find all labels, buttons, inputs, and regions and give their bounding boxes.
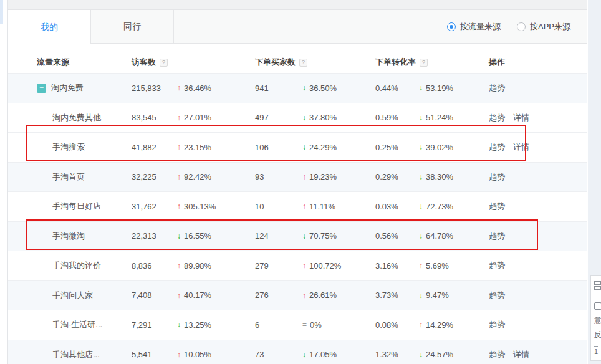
action-link[interactable]: 趋势 <box>489 171 505 183</box>
conversion-value: 0.56% <box>375 231 419 241</box>
visitors-change: ↑ 89.98% <box>177 261 255 271</box>
actions-cell: 趋势 <box>489 290 587 301</box>
collapse-minus-icon[interactable]: − <box>37 84 46 93</box>
trend-arrow-icon: ↑ <box>419 320 423 329</box>
action-link[interactable]: 趋势 <box>489 112 505 123</box>
table-row[interactable]: 手淘搜索 41,882 ↑ 23.15% 106 ↓ 24.29% 0.25% … <box>8 132 587 162</box>
table-body: − 淘内免费 215,833 ↑ 36.46% 941 ↓ 36.50% 0.4… <box>8 73 587 364</box>
source-name: 手淘问大家 <box>52 290 93 301</box>
visitors-change: ↑ 305.13% <box>177 202 255 211</box>
top-strip <box>8 0 587 10</box>
trend-arrow-icon: ↑ <box>302 261 306 270</box>
visitors-change: ↑ 10.05% <box>177 350 255 359</box>
actions-cell: 趋势 <box>489 171 587 183</box>
table-row[interactable]: 淘内免费其他 83,545 ↑ 27.01% 497 ↓ 37.80% 0.59… <box>8 103 587 133</box>
source-name: 手淘每日好店 <box>52 201 101 212</box>
action-link[interactable]: 趋势 <box>489 319 505 330</box>
conversion-value: 3.16% <box>375 261 419 271</box>
action-link[interactable]: 详情 <box>513 349 529 360</box>
table-header: 流量来源 访客数? 下单买家数? 下单转化率? 操作 <box>8 44 587 73</box>
conversion-change: ↑ 14.29% <box>419 320 489 330</box>
radio-selected-icon[interactable] <box>447 22 456 31</box>
trend-arrow-icon: ↓ <box>302 84 306 92</box>
radio-by-traffic-source[interactable]: 按流量来源 <box>447 21 501 32</box>
conversion-value: 0.29% <box>375 172 419 181</box>
action-link[interactable]: 趋势 <box>489 349 505 360</box>
action-link[interactable]: 趋势 <box>489 260 505 271</box>
buyers-change: = 0% <box>302 320 375 330</box>
trend-arrow-icon: ↓ <box>419 84 423 92</box>
action-link[interactable]: 趋势 <box>489 201 505 212</box>
buyers-change: ↓ 24.29% <box>302 143 375 152</box>
table-row[interactable]: 手淘首页 32,225 ↑ 92.42% 93 ↑ 19.23% 0.29% ↓… <box>8 162 587 192</box>
radio-unselected-icon[interactable] <box>517 22 526 31</box>
pager-number[interactable]: 1 <box>594 346 598 355</box>
table-row[interactable]: 手淘微淘 22,313 ↓ 16.55% 124 ↓ 70.75% 0.56% … <box>8 221 587 251</box>
trend-arrow-icon: ↓ <box>419 113 423 122</box>
visitors-change: ↑ 40.17% <box>177 290 255 300</box>
buyers-value: 276 <box>255 290 302 300</box>
action-link[interactable]: 详情 <box>513 141 529 153</box>
action-link[interactable]: 趋势 <box>489 141 505 153</box>
right-gutter: 意 反 1 <box>588 0 601 364</box>
actions-cell: 趋势 <box>489 82 587 93</box>
trend-arrow-icon: ↓ <box>419 291 423 300</box>
help-icon[interactable]: ? <box>420 59 428 67</box>
trend-arrow-icon: ↑ <box>177 84 181 92</box>
trend-arrow-icon: ↓ <box>419 173 423 181</box>
table-row[interactable]: 手淘-生活研... 7,291 ↓ 13.25% 6 = 0% 0.08% ↑ … <box>8 310 587 340</box>
buyers-change: ↓ 70.75% <box>302 231 375 241</box>
trend-arrow-icon: ↑ <box>177 173 181 181</box>
feedback-vertical-text[interactable]: 意 <box>594 315 601 326</box>
action-link[interactable]: 趋势 <box>489 231 505 242</box>
buyers-value: 6 <box>255 320 302 330</box>
tab-my[interactable]: 我的 <box>8 10 91 44</box>
buyers-value: 941 <box>255 84 302 93</box>
tab-peer[interactable]: 同行 <box>91 10 174 44</box>
table-row[interactable]: 手淘问大家 7,408 ↑ 40.17% 276 ↑ 26.61% 3.73% … <box>8 280 587 310</box>
panel-icon[interactable] <box>594 302 601 310</box>
source-name-cell: 手淘搜索 <box>8 141 132 153</box>
radio-by-traffic-label: 按流量来源 <box>460 21 501 32</box>
source-name: 手淘其他店... <box>52 349 100 360</box>
trend-arrow-icon: ↑ <box>419 261 423 270</box>
conversion-change: ↑ 5.69% <box>419 261 489 271</box>
action-link[interactable]: 趋势 <box>489 290 505 301</box>
tab-bar: 我的 同行 按流量来源 按APP来源 <box>8 10 587 44</box>
action-link[interactable]: 详情 <box>513 112 529 123</box>
trend-arrow-icon: ↓ <box>302 113 306 122</box>
source-name: 手淘微淘 <box>52 231 85 242</box>
trend-arrow-icon: ↓ <box>419 202 423 211</box>
help-icon[interactable]: ? <box>299 59 307 67</box>
help-icon[interactable]: ? <box>160 59 168 67</box>
conversion-change: ↓ 64.78% <box>419 231 489 241</box>
source-name-cell: 手淘首页 <box>8 171 132 183</box>
trend-arrow-icon: ↑ <box>177 113 181 122</box>
actions-cell: 趋势详情 <box>489 141 587 153</box>
trend-arrow-icon: ↓ <box>419 350 423 359</box>
conversion-change: ↓ 38.30% <box>419 172 489 181</box>
trend-arrow-icon: ↓ <box>302 232 306 241</box>
action-link[interactable]: 趋势 <box>489 82 505 93</box>
table-row[interactable]: 手淘每日好店 31,762 ↑ 305.13% 10 ↑ 11.11% 0.03… <box>8 191 587 221</box>
table-row[interactable]: 手淘我的评价 8,836 ↑ 89.98% 279 ↑ 100.72% 3.16… <box>8 251 587 280</box>
source-name-cell: 手淘我的评价 <box>8 260 132 271</box>
conversion-value: 0.59% <box>375 113 419 122</box>
visitors-value: 5,541 <box>132 350 177 359</box>
buyers-value: 93 <box>255 172 302 181</box>
buyers-change: ↓ 37.80% <box>302 113 375 122</box>
feedback-vertical-text[interactable]: 反 <box>594 330 601 340</box>
table-row[interactable]: 手淘其他店... 5,541 ↑ 10.05% 73 ↓ 17.05% 1.32… <box>8 340 587 364</box>
table-row[interactable]: − 淘内免费 215,833 ↑ 36.46% 941 ↓ 36.50% 0.4… <box>8 73 587 103</box>
apps-grid-icon[interactable] <box>594 281 601 290</box>
conversion-change: ↓ 9.47% <box>419 290 489 300</box>
source-name-cell: 手淘-生活研... <box>8 319 132 330</box>
buyers-value: 124 <box>255 231 302 241</box>
conversion-change: ↓ 39.02% <box>419 143 489 152</box>
radio-by-app-source[interactable]: 按APP来源 <box>517 21 570 32</box>
source-name: 手淘我的评价 <box>52 260 101 271</box>
visitors-value: 7,408 <box>132 290 177 300</box>
trend-arrow-icon: ↑ <box>177 261 181 270</box>
source-name-cell: 手淘问大家 <box>8 290 132 301</box>
buyers-change: ↑ 26.61% <box>302 290 375 300</box>
